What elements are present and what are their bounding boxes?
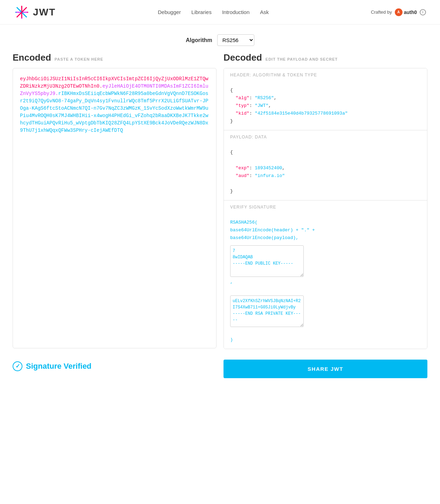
payload-panel-header: PAYLOAD: DATA xyxy=(224,130,427,144)
payload-panel: PAYLOAD: DATA { "exp": 1893452400, "aud"… xyxy=(224,130,427,200)
payload-aud: "infura.io" xyxy=(255,173,285,178)
payload-panel-label: PAYLOAD: xyxy=(230,135,253,139)
encoded-subtitle: PASTE A TOKEN HERE xyxy=(55,57,103,61)
verify-panel: VERIFY SIGNATURE RSASHA256( base64UrlEnc… xyxy=(224,200,427,349)
algorithm-row: Algorithm HS256 HS384 HS512 RS256 RS384 … xyxy=(0,25,440,52)
header-panel: HEADER: ALGORITHM & TOKEN TYPE { "alg": … xyxy=(224,68,427,130)
decoded-header: Decoded EDIT THE PAYLOAD AND SECRET xyxy=(224,52,427,63)
encoded-section: Encoded PASTE A TOKEN HERE eyJhbGciOiJSU… xyxy=(13,52,216,349)
verify-panel-body: RSASHA256( base64UrlEncode(header) + "."… xyxy=(224,214,427,349)
nav-introduction[interactable]: Introduction xyxy=(222,9,249,15)
decoded-box: HEADER: ALGORITHM & TOKEN TYPE { "alg": … xyxy=(224,68,427,349)
decoded-section: Decoded EDIT THE PAYLOAD AND SECRET HEAD… xyxy=(224,52,427,349)
encoded-title: Encoded xyxy=(13,52,51,63)
info-icon[interactable]: i xyxy=(420,9,426,15)
nav-ask[interactable]: Ask xyxy=(260,9,269,15)
crafted-by-text: Crafted by xyxy=(371,9,392,15)
main-nav: Debugger Libraries Introduction Ask xyxy=(158,9,269,15)
verify-panel-header: VERIFY SIGNATURE xyxy=(224,200,427,214)
header-panel-sublabel: ALGORITHM & TOKEN TYPE xyxy=(253,73,317,77)
payload-exp: 1893452400 xyxy=(255,165,282,171)
main-content: Encoded PASTE A TOKEN HERE eyJhbGciOiJSU… xyxy=(0,52,440,349)
logo-text: JWT xyxy=(33,7,56,18)
logo-area: JWT xyxy=(14,5,56,20)
public-key-textarea[interactable]: 7 8wIDAQAB -----END PUBLIC KEY----- xyxy=(230,245,304,277)
header-panel-body: { "alg": "RS256", "typ": "JWT", "kid": "… xyxy=(224,82,427,130)
check-icon: ✓ xyxy=(13,361,22,371)
header-panel-header: HEADER: ALGORITHM & TOKEN TYPE xyxy=(224,68,427,82)
token-dot1: . xyxy=(99,83,102,89)
header-typ: "JWT" xyxy=(255,103,268,108)
nav-debugger[interactable]: Debugger xyxy=(158,9,181,15)
header: JWT Debugger Libraries Introduction Ask … xyxy=(0,0,440,25)
decoded-title: Decoded xyxy=(224,52,262,63)
token-dot2: . xyxy=(55,91,58,96)
auth0-logo: A auth0 xyxy=(395,8,417,16)
header-panel-label: HEADER: xyxy=(230,73,251,77)
formula-close: ) xyxy=(230,337,233,342)
formula-line3: base64UrlEncode(payload), xyxy=(230,235,298,240)
algorithm-label: Algorithm xyxy=(186,37,212,43)
auth0-icon: A xyxy=(395,8,403,16)
verify-panel-label: VERIFY SIGNATURE xyxy=(230,205,276,210)
encoded-box[interactable]: eyJhbGciOiJSUzI1NiIsInR5cCI6IkpXVCIsImtp… xyxy=(13,68,216,348)
private-key-textarea[interactable]: uELv2XfKhSZrhWVSJBqNzNAI+R2I7S4XwB711+G0… xyxy=(230,295,304,327)
encoded-header: Encoded PASTE A TOKEN HERE xyxy=(13,52,216,63)
share-jwt-button[interactable]: SHARE JWT xyxy=(224,360,427,378)
algorithm-select[interactable]: HS256 HS384 HS512 RS256 RS384 RS512 xyxy=(217,34,254,46)
bottom-right: SHARE JWT xyxy=(224,349,427,378)
bottom-row: ✓ Signature Verified SHARE JWT xyxy=(0,349,440,392)
formula-line1: RSASHA256( xyxy=(230,220,257,225)
signature-verified: ✓ Signature Verified xyxy=(13,351,216,378)
auth0-label: auth0 xyxy=(404,9,417,15)
payload-panel-body: { "exp": 1893452400, "aud": "infura.io" … xyxy=(224,144,427,200)
signature-verified-text: Signature Verified xyxy=(26,362,91,371)
crafted-by: Crafted by A auth0 i xyxy=(371,8,426,16)
verify-formula: RSASHA256( base64UrlEncode(header) + "."… xyxy=(230,219,421,242)
payload-panel-sublabel: DATA xyxy=(255,135,267,139)
nav-libraries[interactable]: Libraries xyxy=(191,9,212,15)
token-signature-part: rIBKHmxDsSEiiqEcbWPWkN6F28R95a0beGdnVgVQ… xyxy=(20,91,208,133)
bottom-left: ✓ Signature Verified xyxy=(13,351,216,378)
formula-line2: base64UrlEncode(header) + "." + xyxy=(230,227,315,233)
jwt-logo-icon xyxy=(14,5,29,20)
header-alg: "RS256" xyxy=(255,95,274,101)
header-kid: "42f5184e315e40d4b79325778691093a" xyxy=(255,111,348,116)
comma-after-public: , xyxy=(230,279,233,285)
decoded-subtitle: EDIT THE PAYLOAD AND SECRET xyxy=(266,57,338,61)
